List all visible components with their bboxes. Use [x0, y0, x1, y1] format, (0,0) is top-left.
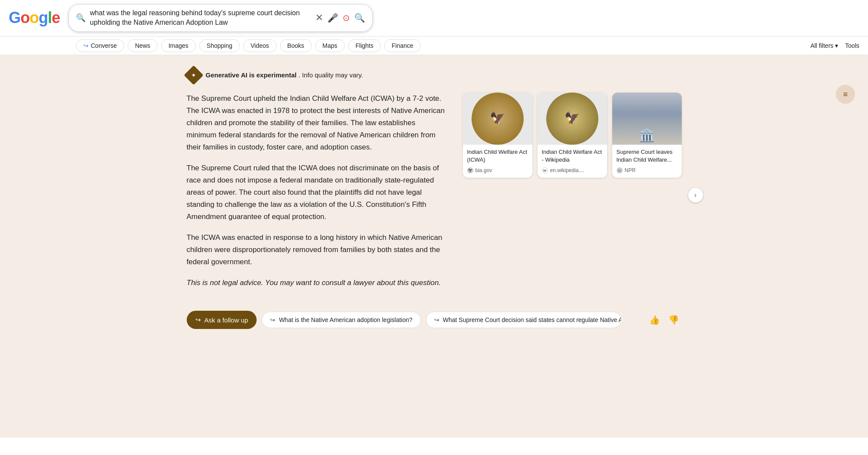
converse-arrow-icon: ↪: [83, 42, 89, 49]
nav-pill-news[interactable]: News: [128, 39, 158, 52]
all-filters-chevron-icon: ▾: [835, 42, 838, 49]
image-card-wikipedia[interactable]: 🦅 Indian Child Welfare Act - Wikipedia W…: [538, 93, 607, 178]
nav-pill-flights[interactable]: Flights: [348, 39, 381, 52]
search-icon-left: 🔍: [76, 13, 86, 23]
bia-source-label: bia.gov: [475, 167, 492, 173]
ai-paragraph-disclaimer: This is not legal advice. You may want t…: [187, 277, 446, 289]
ai-paragraph-3: The ICWA was enacted in response to a lo…: [187, 232, 446, 268]
nav-pill-shopping[interactable]: Shopping: [199, 39, 240, 52]
image-card-bia-source: 🦅 bia.gov: [463, 166, 532, 178]
image-thumb-npr: 🏛️: [612, 93, 682, 145]
search-input[interactable]: what was the legal reasoning behind toda…: [90, 8, 311, 28]
image-card-npr[interactable]: 🏛️ Supreme Court leaves Indian Child Wel…: [612, 93, 682, 178]
image-card-bia-title: Indian Child Welfare Act (ICWA): [463, 145, 532, 166]
search-bar[interactable]: 🔍 what was the legal reasoning behind to…: [69, 4, 373, 32]
mic-icon[interactable]: 🎤: [327, 13, 338, 23]
ai-card: ≡ Generative AI is experimental . Info q…: [109, 68, 760, 329]
feedback-icons: 👍 👎: [647, 312, 682, 328]
nav-label-books: Books: [287, 42, 304, 49]
wikipedia-favicon: W: [542, 167, 548, 173]
npr-source-label: NPR: [625, 167, 636, 173]
suggestion-1-arrow-icon: ↪: [270, 316, 275, 323]
nav-row: ↪ Converse News Images Shopping Videos B…: [0, 37, 868, 55]
nav-pill-converse[interactable]: ↪ Converse: [76, 39, 124, 52]
nav-pill-finance[interactable]: Finance: [384, 39, 421, 52]
nav-label-videos: Videos: [251, 42, 269, 49]
suggestion-2-label: What Supreme Court decision said states …: [443, 316, 621, 323]
all-filters-button[interactable]: All filters ▾: [810, 42, 838, 49]
thumbs-down-button[interactable]: 👎: [666, 312, 682, 328]
nav-label-maps: Maps: [323, 42, 337, 49]
ai-paragraph-2: The Supreme Court ruled that the ICWA do…: [187, 162, 446, 223]
nav-label-images: Images: [168, 42, 188, 49]
nav-label-converse: Converse: [91, 42, 117, 49]
google-logo: Google: [9, 9, 60, 27]
wikipedia-source-label: en.wikipedia....: [550, 167, 584, 173]
image-thumb-bia: 🦅: [463, 93, 532, 145]
npr-favicon: N: [617, 167, 623, 173]
ai-badge-suffix: . Info quality may vary.: [298, 71, 363, 79]
image-thumb-wikipedia: 🦅: [538, 93, 607, 145]
main-content: ≡ Generative AI is experimental . Info q…: [0, 55, 868, 438]
image-card-bia[interactable]: 🦅 Indian Child Welfare Act (ICWA) 🦅 bia.…: [463, 93, 532, 178]
ai-badge-text: Generative AI is experimental: [206, 71, 297, 79]
image-card-npr-title: Supreme Court leaves Indian Child Welfar…: [612, 145, 682, 166]
header: Google 🔍 what was the legal reasoning be…: [0, 0, 868, 37]
ai-paragraph-1: The Supreme Court upheld the Indian Chil…: [187, 93, 446, 153]
tools-button[interactable]: Tools: [845, 42, 859, 49]
nav-pill-images[interactable]: Images: [161, 39, 196, 52]
nav-label-news: News: [135, 42, 150, 49]
ask-followup-button[interactable]: ↪ Ask a follow up: [187, 311, 257, 329]
nav-pill-books[interactable]: Books: [280, 39, 312, 52]
chevron-right-button[interactable]: ›: [688, 187, 703, 203]
nav-pill-maps[interactable]: Maps: [315, 39, 345, 52]
ai-footer: ↪ Ask a follow up ↪ What is the Native A…: [187, 311, 682, 329]
ask-followup-arrow-icon: ↪: [195, 316, 201, 324]
bia-favicon: 🦅: [467, 167, 473, 173]
supreme-court-image: 🏛️: [612, 93, 682, 145]
image-card-wikipedia-title: Indian Child Welfare Act - Wikipedia: [538, 145, 607, 166]
ai-diamond-icon: [184, 65, 203, 85]
ai-header: Generative AI is experimental . Info qua…: [187, 68, 682, 82]
search-bar-wrapper: 🔍 what was the legal reasoning behind to…: [69, 4, 373, 32]
search-submit-icon[interactable]: 🔍: [354, 13, 365, 23]
nav-label-finance: Finance: [392, 42, 413, 49]
nav-label-shopping: Shopping: [207, 42, 232, 49]
ask-followup-label: Ask a follow up: [205, 316, 248, 324]
ai-images: 🦅 Indian Child Welfare Act (ICWA) 🦅 bia.…: [463, 93, 682, 298]
ai-header-text: Generative AI is experimental . Info qua…: [206, 71, 363, 79]
nav-pill-videos[interactable]: Videos: [243, 39, 277, 52]
suggestion-2-arrow-icon: ↪: [434, 316, 439, 323]
nav-label-flights: Flights: [356, 42, 373, 49]
bia-seal-icon: 🦅: [472, 93, 524, 145]
suggestion-pill-1[interactable]: ↪ What is the Native American adoption l…: [262, 312, 420, 328]
tools-label: Tools: [845, 42, 859, 49]
ai-toggle-button[interactable]: ≡: [836, 85, 855, 104]
ai-body: The Supreme Court upheld the Indian Chil…: [187, 93, 682, 298]
ai-text: The Supreme Court upheld the Indian Chil…: [187, 93, 446, 298]
all-filters-label: All filters: [810, 42, 833, 49]
search-bar-icons: ✕ 🎤 ⊙ 🔍: [315, 12, 365, 23]
national-seal-icon: 🦅: [546, 93, 598, 145]
suggestion-pill-2[interactable]: ↪ What Supreme Court decision said state…: [426, 312, 621, 328]
nav-right: All filters ▾ Tools: [810, 42, 859, 49]
image-card-npr-source: N NPR: [612, 166, 682, 178]
lens-icon[interactable]: ⊙: [343, 13, 350, 23]
image-card-wikipedia-source: W en.wikipedia....: [538, 166, 607, 178]
clear-icon[interactable]: ✕: [315, 12, 323, 23]
thumbs-up-button[interactable]: 👍: [647, 312, 663, 328]
suggestion-1-label: What is the Native American adoption leg…: [279, 316, 412, 323]
